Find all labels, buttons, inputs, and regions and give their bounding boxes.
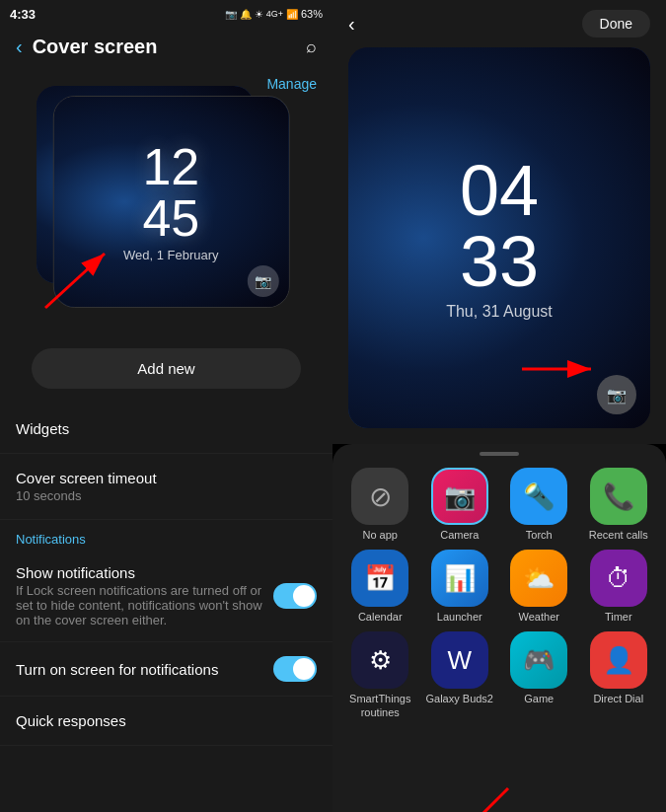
app-label-galaxybuds: Galaxy Buds2 xyxy=(426,693,493,705)
settings-item-widgets[interactable]: Widgets xyxy=(0,405,333,454)
settings-item-show-notifications: Show notifications If Lock screen notifi… xyxy=(0,551,333,642)
settings-item-timeout[interactable]: Cover screen timeout 10 seconds xyxy=(0,454,333,520)
app-label-smartthings: SmartThings routines xyxy=(344,693,416,718)
widgets-title: Widgets xyxy=(16,420,317,437)
timeout-title: Cover screen timeout xyxy=(16,470,317,486)
app-grid: ⊘No app📷Camera🔦Torch📞Recent calls📅Calend… xyxy=(333,468,666,719)
app-icon-weather: ⛅ xyxy=(510,550,567,607)
app-item-no-app[interactable]: ⊘No app xyxy=(344,468,416,542)
left-top-bar: ‹ Cover screen ⌕ xyxy=(0,28,333,66)
status-time: 4:33 xyxy=(10,7,36,22)
show-notifications-title: Show notifications xyxy=(16,564,263,581)
sheet-handle xyxy=(480,452,519,456)
app-item-torch[interactable]: 🔦Torch xyxy=(503,468,575,542)
app-label-dialdirect: Direct Dial xyxy=(593,693,643,705)
svg-line-1 xyxy=(45,254,105,308)
app-label-camera: Camera xyxy=(440,529,479,542)
right-back-button[interactable]: ‹ xyxy=(348,13,355,36)
app-icon-recent-calls: 📞 xyxy=(590,468,647,525)
right-clock-preview: 04 33 Thu, 31 August 📷 xyxy=(348,47,650,428)
app-item-weather[interactable]: ⛅Weather xyxy=(503,550,575,624)
show-notifications-toggle[interactable] xyxy=(273,583,317,609)
app-icon-smartthings: ⚙ xyxy=(351,631,408,689)
status-bar: 4:33 📷 🔔 ☀ 4G+ 📶 63% xyxy=(0,0,333,28)
app-label-calendar: Calendar xyxy=(358,611,403,624)
app-item-calendar[interactable]: 📅Calendar xyxy=(344,550,416,624)
right-top-bar: ‹ Done xyxy=(333,0,666,47)
page-title: Cover screen xyxy=(33,36,306,58)
app-icon-timer: ⏱ xyxy=(590,550,647,607)
settings-item-quick-responses[interactable]: Quick responses xyxy=(0,697,333,746)
app-label-game: Game xyxy=(524,693,554,705)
app-picker-sheet: ⊘No app📷Camera🔦Torch📞Recent calls📅Calend… xyxy=(333,444,666,812)
app-label-recent-calls: Recent calls xyxy=(589,529,648,542)
svg-line-5 xyxy=(449,788,508,812)
timeout-sub: 10 seconds xyxy=(16,488,317,503)
app-label-launcher: Launcher xyxy=(437,611,482,624)
notifications-section-label: Notifications xyxy=(0,520,333,551)
app-item-game[interactable]: 🎮Game xyxy=(503,631,575,718)
turn-on-screen-title: Turn on screen for notifications xyxy=(16,661,263,678)
turn-on-screen-text: Turn on screen for notifications xyxy=(16,661,263,678)
app-icon-dialdirect: 👤 xyxy=(590,631,647,689)
app-icon-launcher: 📊 xyxy=(431,550,488,607)
quick-responses-title: Quick responses xyxy=(16,712,317,729)
left-panel: 4:33 📷 🔔 ☀ 4G+ 📶 63% ‹ Cover screen ⌕ Ma… xyxy=(0,0,333,812)
settings-list: Widgets Cover screen timeout 10 seconds … xyxy=(0,405,333,812)
clock-date: Wed, 1 February xyxy=(123,248,219,262)
clock-time-hours: 12 xyxy=(142,141,199,192)
settings-item-turn-on-screen: Turn on screen for notifications xyxy=(0,642,333,697)
status-icons: 📷 🔔 ☀ 4G+ 📶 63% xyxy=(225,8,323,20)
app-icon-galaxybuds: W xyxy=(431,631,488,689)
red-arrow-right xyxy=(512,339,630,399)
app-icon-game: 🎮 xyxy=(510,631,567,689)
app-icon-calendar: 📅 xyxy=(351,550,408,607)
right-panel: ‹ Done 04 33 Thu, 31 August 📷 xyxy=(333,0,666,812)
search-icon[interactable]: ⌕ xyxy=(306,37,317,57)
app-label-weather: Weather xyxy=(519,611,559,624)
right-clock-hour: 04 xyxy=(446,155,553,226)
app-item-dialdirect[interactable]: 👤Direct Dial xyxy=(583,631,655,718)
right-clock-date: Thu, 31 August xyxy=(446,303,553,321)
show-notifications-text: Show notifications If Lock screen notifi… xyxy=(16,564,263,627)
app-label-no-app: No app xyxy=(363,529,398,542)
right-clock-min: 33 xyxy=(446,226,553,297)
app-label-timer: Timer xyxy=(605,611,632,624)
app-item-timer[interactable]: ⏱Timer xyxy=(583,550,655,624)
clock-cards-container: 12 45 Wed, 1 February 📷 xyxy=(16,76,317,332)
camera-shortcut-icon[interactable]: 📷 xyxy=(247,265,278,297)
red-arrow-bottom xyxy=(409,778,528,812)
preview-area: Manage 12 45 Wed, 1 February 📷 xyxy=(0,66,333,332)
app-item-recent-calls[interactable]: 📞Recent calls xyxy=(583,468,655,542)
show-notifications-sub: If Lock screen notifications are turned … xyxy=(16,583,263,627)
right-top-section: ‹ Done 04 33 Thu, 31 August 📷 xyxy=(333,0,666,444)
add-new-button[interactable]: Add new xyxy=(32,348,301,389)
add-new-container: Add new xyxy=(0,332,333,405)
app-icon-no-app: ⊘ xyxy=(351,468,408,525)
app-item-camera[interactable]: 📷Camera xyxy=(424,468,496,542)
app-item-galaxybuds[interactable]: WGalaxy Buds2 xyxy=(424,631,496,718)
app-label-torch: Torch xyxy=(526,529,553,542)
clock-time-mins: 45 xyxy=(142,192,199,244)
app-item-smartthings[interactable]: ⚙SmartThings routines xyxy=(344,631,416,718)
app-icon-torch: 🔦 xyxy=(510,468,567,525)
app-item-launcher[interactable]: 📊Launcher xyxy=(424,550,496,624)
done-button[interactable]: Done xyxy=(582,10,650,37)
turn-on-screen-toggle[interactable] xyxy=(273,656,317,682)
back-button[interactable]: ‹ xyxy=(16,36,23,58)
app-icon-camera: 📷 xyxy=(431,468,488,525)
red-arrow-left xyxy=(26,234,124,313)
